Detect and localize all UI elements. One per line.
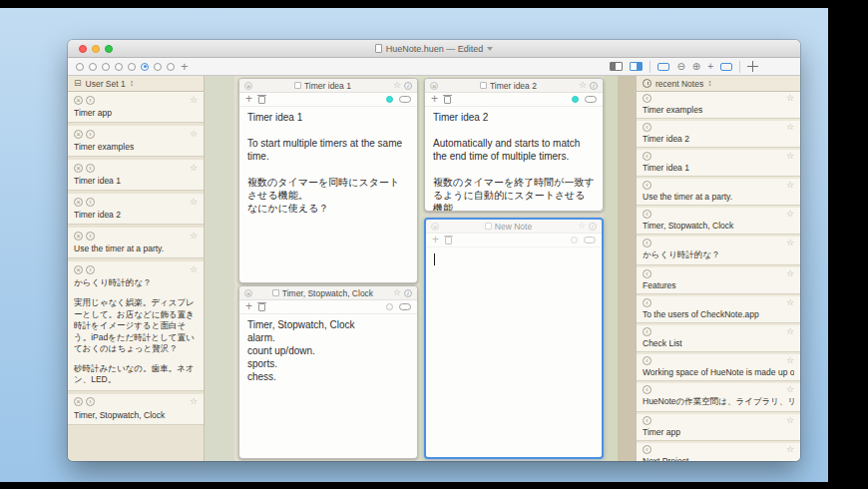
list-item[interactable]: ‹ ☆ To the users of CheckNote.app	[637, 296, 800, 323]
remove-circle-icon[interactable]: ×	[74, 198, 83, 207]
right-sidebar-header[interactable]: recent Notes ↕	[637, 76, 800, 92]
frame-previous-icon[interactable]	[657, 63, 669, 71]
star-icon[interactable]: ☆	[786, 269, 794, 278]
pill-toggle-icon[interactable]	[399, 96, 411, 103]
reference-circle-icon[interactable]: ‹	[643, 445, 651, 454]
star-icon[interactable]: ☆	[786, 123, 794, 132]
target-icon[interactable]	[747, 61, 758, 72]
list-item[interactable]: ‹ ☆ Timer idea 1	[637, 150, 800, 177]
star-icon[interactable]: ☆	[786, 210, 794, 219]
list-item[interactable]: × › ☆ Timer, Stopwatch, Clock	[68, 394, 204, 425]
reference-circle-icon[interactable]: ‹	[643, 152, 651, 161]
list-item[interactable]: ‹ ☆ からくり時計的な？	[637, 237, 800, 265]
remove-circle-icon[interactable]: ×	[74, 96, 83, 105]
add-icon[interactable]: +	[431, 95, 438, 104]
card-header[interactable]: × Timer idea 2 ☆ i	[425, 79, 603, 93]
color-dot-icon[interactable]	[571, 237, 578, 244]
list-item[interactable]: × › ☆ Use the timer at a party.	[68, 228, 204, 258]
list-item[interactable]: ‹ ☆ HueNoteの作業空間は、ライブラリ、リファレンスリ	[637, 383, 800, 412]
close-icon[interactable]: ×	[430, 82, 438, 90]
pill-toggle-icon[interactable]	[584, 237, 596, 244]
list-item[interactable]: ‹ ☆ Timer idea 2	[637, 121, 800, 148]
info-icon[interactable]: i	[404, 289, 412, 297]
remove-circle-icon[interactable]: ×	[74, 232, 83, 241]
star-icon[interactable]: ☆	[786, 385, 794, 394]
remove-circle-icon[interactable]: ×	[74, 130, 83, 139]
list-item[interactable]: ‹ ☆ Features	[637, 267, 800, 294]
card-header[interactable]: × New Note ☆ i	[426, 220, 602, 234]
open-circle-icon[interactable]: ›	[86, 397, 95, 406]
list-item[interactable]: ‹ ☆ Use the timer at a party.	[637, 179, 800, 206]
remove-circle-icon[interactable]: ×	[74, 397, 83, 406]
add-view-button[interactable]: +	[181, 62, 189, 72]
star-icon[interactable]: ☆	[786, 416, 794, 425]
card-header[interactable]: × Timer, Stopwatch, Clock ☆ i	[239, 286, 417, 300]
toggle-left-sidebar-icon[interactable]	[610, 62, 623, 71]
add-note-icon[interactable]: +	[707, 62, 713, 72]
add-icon[interactable]: +	[432, 236, 439, 244]
open-circle-icon[interactable]: ›	[86, 164, 95, 173]
frame-next-icon[interactable]	[720, 63, 732, 71]
star-icon[interactable]: ☆	[393, 288, 401, 297]
view-dot-3[interactable]	[102, 63, 110, 71]
star-icon[interactable]: ☆	[190, 96, 198, 105]
reference-circle-icon[interactable]: ‹	[643, 269, 651, 278]
remove-circle-icon[interactable]: ×	[74, 164, 83, 173]
star-icon[interactable]: ☆	[190, 397, 198, 406]
list-item[interactable]: × › ☆ Timer examples	[68, 126, 204, 157]
window-titlebar[interactable]: HueNote.huen — Edited	[68, 40, 800, 58]
star-icon[interactable]: ☆	[190, 130, 198, 139]
reference-circle-icon[interactable]: ‹	[643, 298, 651, 307]
list-item[interactable]: × › ☆ Timer app	[68, 92, 204, 123]
minimize-window-button[interactable]	[92, 45, 100, 53]
info-icon[interactable]: i	[404, 82, 412, 90]
left-sidebar-header[interactable]: ⊟ User Set 1 ↕	[68, 76, 204, 92]
star-icon[interactable]: ☆	[786, 152, 794, 161]
star-icon[interactable]: ☆	[190, 232, 198, 241]
add-icon[interactable]: +	[245, 95, 252, 104]
list-item[interactable]: ‹ ☆ Timer app	[637, 414, 800, 441]
note-card-new-note[interactable]: × New Note ☆ i +	[424, 218, 604, 459]
zoom-out-icon[interactable]: ⊖	[676, 62, 684, 72]
pill-toggle-icon[interactable]	[585, 96, 597, 103]
list-item[interactable]: ‹ ☆ Timer, Stopwatch, Clock	[637, 208, 800, 235]
card-body[interactable]: Timer, Stopwatch, Clock alarm. count up/…	[239, 314, 417, 387]
list-item[interactable]: ‹ ☆ Check List	[637, 325, 800, 352]
reference-circle-icon[interactable]: ‹	[643, 385, 651, 394]
star-icon[interactable]: ☆	[393, 81, 401, 90]
note-card-timer-idea-2[interactable]: × Timer idea 2 ☆ i +	[424, 78, 604, 212]
close-icon[interactable]: ×	[244, 289, 252, 297]
note-canvas[interactable]: × Timer idea 1 ☆ i +	[205, 76, 636, 461]
star-icon[interactable]: ☆	[786, 239, 794, 247]
list-item[interactable]: × › ☆ Timer idea 1	[68, 160, 204, 191]
reference-circle-icon[interactable]: ‹	[643, 416, 651, 425]
star-icon[interactable]: ☆	[786, 327, 794, 336]
view-dot-5[interactable]	[128, 63, 136, 71]
star-icon[interactable]: ☆	[786, 356, 794, 365]
zoom-in-icon[interactable]: ⊕	[692, 62, 700, 72]
reference-circle-icon[interactable]: ‹	[643, 123, 651, 132]
chevron-down-icon[interactable]	[487, 47, 493, 51]
view-dot-2[interactable]	[89, 63, 97, 71]
list-item[interactable]: ‹ ☆ Working space of HueNote is made up …	[637, 354, 800, 381]
zoom-window-button[interactable]	[105, 45, 113, 53]
card-header[interactable]: × Timer idea 1 ☆ i	[239, 79, 417, 93]
updown-arrows-icon[interactable]: ↕	[707, 79, 712, 88]
trash-icon[interactable]	[258, 96, 265, 104]
color-dot-icon[interactable]	[386, 303, 393, 310]
card-body[interactable]: Timer idea 1 To start multiple timers at…	[239, 107, 417, 219]
trash-icon[interactable]	[445, 237, 452, 244]
note-card-timer-idea-1[interactable]: × Timer idea 1 ☆ i +	[238, 78, 418, 283]
card-body-editing[interactable]	[426, 247, 602, 269]
star-icon[interactable]: ☆	[190, 198, 198, 207]
open-circle-icon[interactable]: ›	[86, 198, 95, 207]
add-icon[interactable]: +	[245, 302, 252, 311]
view-dot-8[interactable]	[167, 63, 175, 71]
color-dot-icon[interactable]	[572, 96, 579, 103]
view-dot-7[interactable]	[154, 63, 162, 71]
note-card-timer-stopwatch-clock[interactable]: × Timer, Stopwatch, Clock ☆ i +	[238, 285, 418, 459]
reference-circle-icon[interactable]: ‹	[643, 181, 651, 190]
reference-circle-icon[interactable]: ‹	[643, 356, 651, 365]
star-icon[interactable]: ☆	[578, 222, 586, 231]
info-icon[interactable]: i	[590, 82, 598, 90]
